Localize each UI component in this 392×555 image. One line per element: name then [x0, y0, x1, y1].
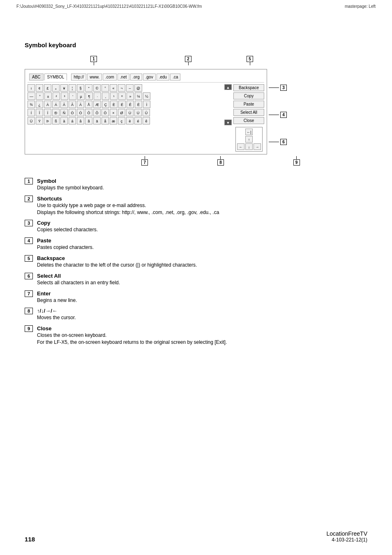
key-sq2[interactable]: ²: [53, 92, 60, 100]
key-mid[interactable]: ·: [94, 92, 101, 100]
backspace-btn[interactable]: Backspace: [233, 84, 264, 91]
paste-btn[interactable]: Paste: [233, 101, 264, 108]
key-atilde[interactable]: ã: [85, 117, 92, 124]
symbol-tab[interactable]: SYMBOL: [44, 74, 67, 81]
shortcut-edu[interactable]: .edu: [157, 74, 169, 81]
key-ecirc[interactable]: ê: [143, 117, 150, 124]
scroll-up-btn[interactable]: ▲: [224, 84, 232, 90]
key-Acirc[interactable]: Â: [60, 101, 68, 108]
key-Ucirc[interactable]: Û: [143, 109, 150, 116]
key-not[interactable]: ¬: [118, 84, 125, 92]
key-Aacute[interactable]: Á: [52, 101, 60, 108]
key-half[interactable]: ½: [143, 92, 150, 100]
key-Uacute[interactable]: Ú: [134, 109, 142, 116]
key-aring[interactable]: å: [101, 117, 109, 124]
key-egrave[interactable]: è: [126, 117, 134, 124]
key-acirc[interactable]: â: [77, 117, 84, 124]
key-bar[interactable]: ¦: [69, 84, 76, 92]
key-Ograve[interactable]: Ò: [69, 109, 76, 116]
nav-backspace-icon[interactable]: ←|: [245, 129, 253, 135]
shortcut-com[interactable]: .com: [103, 74, 117, 81]
key-Ocirc[interactable]: Ô: [85, 109, 92, 116]
key-Iuml[interactable]: Ï: [44, 109, 51, 116]
key-ring[interactable]: °: [36, 92, 44, 100]
shortcut-net[interactable]: .net: [118, 74, 129, 81]
key-laquo[interactable]: «: [110, 84, 117, 92]
key-szlig[interactable]: ß: [52, 117, 60, 124]
key-Agrave[interactable]: À: [44, 101, 51, 108]
key-Uuml[interactable]: Ü: [28, 117, 35, 124]
key-cent[interactable]: ¢: [36, 84, 43, 92]
key-apos[interactable]: ': [69, 92, 76, 100]
masterpage-label: masterpage: Left: [345, 4, 376, 9]
key-Ugrave[interactable]: Ù: [126, 109, 134, 116]
key-THORN[interactable]: Þ: [44, 117, 51, 124]
key-raquo[interactable]: »: [127, 92, 134, 100]
key-times[interactable]: ×: [110, 109, 117, 116]
key-ETH[interactable]: Ð: [52, 109, 60, 116]
key-copy[interactable]: ©: [93, 84, 101, 92]
nav-down-btn[interactable]: ↓: [245, 143, 253, 150]
key-Iacute[interactable]: Í: [28, 109, 35, 116]
key-mu[interactable]: µ: [77, 92, 85, 100]
key-Atilde[interactable]: Ã: [69, 101, 76, 108]
desc-item-3: 3 Copy Copies selected characters.: [25, 220, 367, 233]
key-ae[interactable]: æ: [110, 117, 117, 124]
key-Euml[interactable]: Ë: [135, 101, 142, 108]
key-Aring[interactable]: Å: [85, 101, 92, 108]
scroll-down-btn[interactable]: ▼: [224, 120, 232, 125]
key-plus[interactable]: ±: [44, 92, 52, 100]
nav-left-btn[interactable]: ←: [237, 143, 244, 150]
copy-btn[interactable]: Copy: [233, 92, 264, 99]
key-dash[interactable]: –: [126, 84, 134, 92]
key-comma[interactable]: ,: [102, 92, 109, 100]
key-em[interactable]: —: [28, 92, 35, 100]
nav-up-btn[interactable]: ↑: [245, 136, 253, 143]
close-btn[interactable]: Close: [233, 117, 264, 124]
key-Otilde[interactable]: Õ: [93, 109, 101, 116]
abc-tab[interactable]: ABC: [29, 74, 44, 81]
key-Igrave[interactable]: Ì: [143, 101, 150, 108]
shortcut-http[interactable]: http://: [71, 74, 86, 81]
key-Ntilde[interactable]: Ñ: [60, 109, 68, 116]
key-Icirc[interactable]: Î: [36, 109, 43, 116]
key-degree[interactable]: °: [101, 84, 109, 92]
key-Egrave[interactable]: È: [110, 101, 118, 108]
shortcut-www[interactable]: www.: [87, 74, 102, 81]
select-all-btn[interactable]: Select All: [233, 109, 264, 116]
key-sup1[interactable]: ¹: [110, 92, 118, 100]
key-ord[interactable]: º: [118, 92, 126, 100]
key-quote[interactable]: ": [85, 84, 92, 92]
key-pound[interactable]: £: [44, 84, 51, 92]
key-Auml[interactable]: Ä: [77, 101, 84, 108]
key-eacute[interactable]: é: [134, 117, 142, 124]
key-inv-q[interactable]: ¿: [36, 101, 43, 108]
key-AE[interactable]: Æ: [93, 101, 101, 108]
key-ccedil[interactable]: ç: [118, 117, 125, 124]
nav-right-btn[interactable]: →: [254, 143, 261, 150]
key-a-sub[interactable]: ₐ: [52, 84, 60, 92]
key-quarter[interactable]: ¼: [135, 92, 142, 100]
key-Ouml[interactable]: Ö: [101, 109, 109, 116]
key-Ecirc[interactable]: Ê: [127, 101, 134, 108]
key-auml[interactable]: ä: [93, 117, 101, 124]
key-para[interactable]: ¶: [85, 92, 93, 100]
callout-6-right: 6: [280, 139, 287, 145]
key-i[interactable]: ı: [28, 84, 35, 92]
shortcut-ca[interactable]: .ca: [170, 74, 180, 81]
key-section[interactable]: §: [77, 84, 84, 92]
key-Yacute[interactable]: Ý: [36, 117, 43, 124]
key-aacute[interactable]: á: [69, 117, 76, 124]
key-at[interactable]: @: [134, 84, 142, 92]
shortcut-org[interactable]: .org: [130, 74, 142, 81]
key-Eacute[interactable]: É: [118, 101, 126, 108]
shortcut-gov[interactable]: .gov: [143, 74, 156, 81]
key-3qtr[interactable]: ¾: [28, 101, 35, 108]
key-yen[interactable]: ¥: [60, 84, 68, 92]
key-sq3[interactable]: ³: [61, 92, 68, 100]
key-Oacute[interactable]: Ó: [77, 109, 84, 116]
desc-detail-1: Displays the symbol keyboard.: [37, 184, 367, 191]
key-Ccedil[interactable]: Ç: [102, 101, 109, 108]
key-agrave[interactable]: à: [60, 117, 68, 124]
key-Oslash[interactable]: Ø: [118, 109, 125, 116]
